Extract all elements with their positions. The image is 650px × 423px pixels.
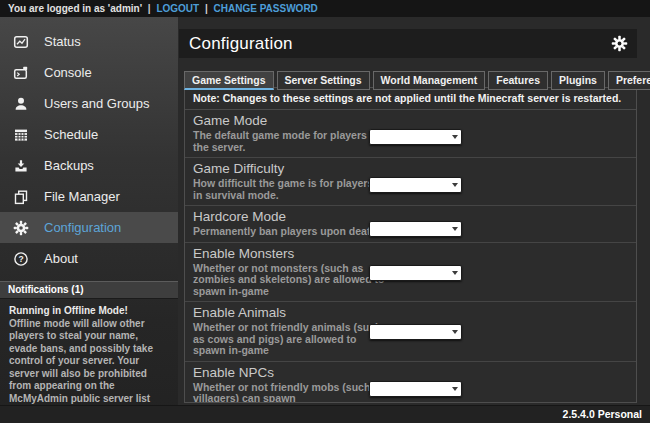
game-settings-panel: Note: Changes to these settings are not … bbox=[184, 87, 637, 403]
user-icon bbox=[13, 96, 29, 112]
sidebar-item-label: Users and Groups bbox=[44, 96, 150, 111]
setting-description: Permanently ban players upon death. bbox=[193, 226, 385, 238]
sidebar-item-backups[interactable]: Backups bbox=[0, 150, 178, 181]
game-mode-select[interactable] bbox=[369, 129, 462, 145]
setting-description: Whether or not monsters (such as zombies… bbox=[193, 263, 385, 298]
page-header: Configuration bbox=[179, 29, 637, 58]
tab-preferences[interactable]: Preferences bbox=[608, 71, 650, 90]
main-content: Configuration bbox=[178, 17, 650, 405]
setting-game-difficulty: Game Difficulty How difficult the game i… bbox=[185, 158, 636, 206]
setting-title: Game Mode bbox=[193, 113, 628, 128]
notification-title: Running in Offline Mode! bbox=[9, 305, 169, 318]
sidebar-item-file-manager[interactable]: File Manager bbox=[0, 181, 178, 212]
question-mark-icon: ? bbox=[13, 251, 29, 267]
top-bar: You are logged in as 'admin' | LOGOUT | … bbox=[0, 0, 650, 17]
tab-features[interactable]: Features bbox=[488, 71, 548, 90]
sidebar-item-label: Console bbox=[44, 65, 92, 80]
sidebar-item-label: Status bbox=[44, 34, 81, 49]
tab-game-settings[interactable]: Game Settings bbox=[184, 71, 274, 90]
chevron-down-icon bbox=[452, 135, 458, 139]
notification-body-text: Offline mode will allow other players to… bbox=[9, 318, 169, 418]
setting-enable-animals: Enable Animals Whether or not friendly a… bbox=[185, 302, 636, 362]
sidebar-item-label: Schedule bbox=[44, 127, 98, 142]
setting-hardcore-mode: Hardcore Mode Permanently ban players up… bbox=[185, 206, 636, 243]
sidebar-item-configuration[interactable]: Configuration bbox=[0, 212, 178, 243]
sidebar-item-about[interactable]: ? About bbox=[0, 243, 178, 274]
version-text: 2.5.4.0 Personal bbox=[563, 408, 642, 420]
chevron-down-icon bbox=[452, 227, 458, 231]
page-title: Configuration bbox=[179, 34, 611, 54]
change-password-link[interactable]: CHANGE PASSWORD bbox=[214, 3, 318, 14]
notifications-header: Notifications (1) bbox=[0, 281, 178, 299]
chevron-down-icon bbox=[452, 183, 458, 187]
tab-server-settings[interactable]: Server Settings bbox=[277, 71, 370, 90]
tab-world-management[interactable]: World Management bbox=[373, 71, 486, 90]
setting-description: The default game mode for players on the… bbox=[193, 130, 385, 153]
config-tabs: Game Settings Server Settings World Mana… bbox=[184, 71, 650, 90]
settings-gear-icon[interactable] bbox=[611, 35, 628, 52]
tab-plugins[interactable]: Plugins bbox=[551, 71, 605, 90]
setting-description: Whether or not friendly mobs (such as vi… bbox=[193, 382, 385, 404]
setting-title: Enable Animals bbox=[193, 305, 628, 320]
setting-enable-npcs: Enable NPCs Whether or not friendly mobs… bbox=[185, 362, 636, 404]
enable-monsters-select[interactable] bbox=[369, 265, 462, 281]
setting-description: How difficult the game is for players in… bbox=[193, 178, 385, 201]
setting-title: Enable Monsters bbox=[193, 246, 628, 261]
chevron-down-icon bbox=[452, 271, 458, 275]
sidebar-item-status[interactable]: Status bbox=[0, 26, 178, 57]
sidebar-item-console[interactable]: Console bbox=[0, 57, 178, 88]
sidebar-item-schedule[interactable]: Schedule bbox=[0, 119, 178, 150]
sidebar-item-label: Backups bbox=[44, 158, 94, 173]
sidebar-item-label: About bbox=[44, 251, 78, 266]
logout-link[interactable]: LOGOUT bbox=[156, 3, 199, 14]
game-difficulty-select[interactable] bbox=[369, 177, 462, 193]
sidebar-item-label: Configuration bbox=[44, 220, 121, 235]
setting-title: Enable NPCs bbox=[193, 365, 628, 380]
download-tray-icon bbox=[13, 158, 29, 174]
logged-in-text: You are logged in as 'admin' bbox=[8, 3, 142, 14]
sidebar-item-label: File Manager bbox=[44, 189, 120, 204]
separator: | bbox=[148, 3, 151, 14]
line-chart-icon bbox=[13, 34, 29, 50]
svg-text:?: ? bbox=[18, 254, 23, 264]
copy-files-icon bbox=[13, 189, 29, 205]
console-window-icon bbox=[13, 65, 29, 81]
enable-npcs-select[interactable] bbox=[369, 381, 462, 397]
sidebar-item-users-and-groups[interactable]: Users and Groups bbox=[0, 88, 178, 119]
setting-enable-monsters: Enable Monsters Whether or not monsters … bbox=[185, 243, 636, 303]
gear-icon bbox=[13, 220, 29, 236]
restart-note: Note: Changes to these settings are not … bbox=[185, 88, 636, 110]
enable-animals-select[interactable] bbox=[369, 324, 462, 340]
hardcore-mode-select[interactable] bbox=[369, 221, 462, 237]
version-footer: 2.5.4.0 Personal bbox=[0, 405, 650, 423]
calendar-grid-icon bbox=[13, 127, 29, 143]
chevron-down-icon bbox=[452, 330, 458, 334]
chevron-down-icon bbox=[452, 387, 458, 391]
setting-title: Game Difficulty bbox=[193, 161, 628, 176]
setting-description: Whether or not friendly animals (such as… bbox=[193, 322, 385, 357]
setting-game-mode: Game Mode The default game mode for play… bbox=[185, 110, 636, 158]
sidebar-nav: Status Console Users and Groups bbox=[0, 17, 178, 274]
separator: | bbox=[205, 3, 208, 14]
sidebar: Status Console Users and Groups bbox=[0, 17, 178, 423]
